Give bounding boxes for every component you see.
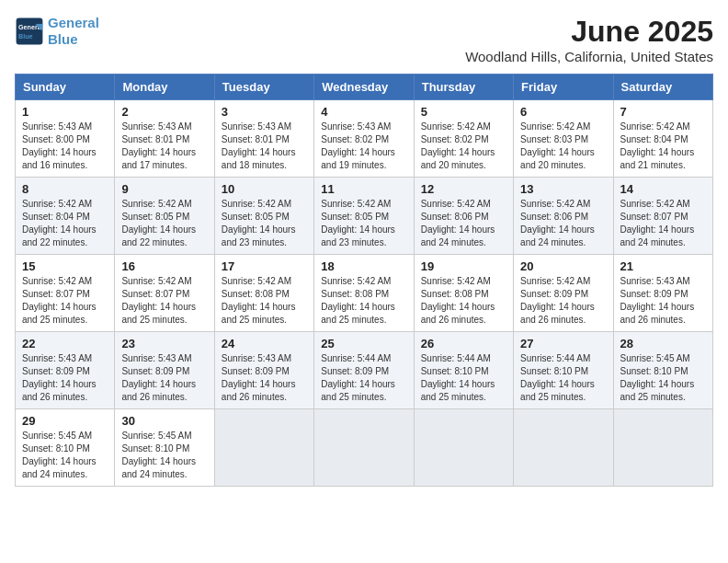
calendar-cell: 21Sunrise: 5:43 AMSunset: 8:09 PMDayligh… [613,255,712,332]
header-sunday: Sunday [16,75,115,100]
calendar-week-1: 1Sunrise: 5:43 AMSunset: 8:00 PMDaylight… [16,100,713,178]
day-number: 9 [121,182,207,196]
day-number: 29 [22,414,108,428]
day-number: 27 [520,337,606,350]
cell-info: Sunrise: 5:42 AMSunset: 8:08 PMDaylight:… [321,275,406,327]
day-number: 2 [121,105,207,119]
day-number: 10 [222,182,307,196]
logo-icon: General Blue [15,17,44,46]
day-number: 4 [321,105,406,119]
header-thursday: Thursday [414,75,513,100]
calendar-title: June 2025 [465,15,713,49]
cell-info: Sunrise: 5:42 AMSunset: 8:07 PMDaylight:… [620,198,706,249]
calendar-cell: 19Sunrise: 5:42 AMSunset: 8:08 PMDayligh… [414,255,513,332]
day-number: 5 [421,105,506,119]
day-number: 8 [22,182,108,196]
cell-info: Sunrise: 5:43 AMSunset: 8:00 PMDaylight:… [22,121,108,172]
calendar-cell: 3Sunrise: 5:43 AMSunset: 8:01 PMDaylight… [214,100,313,178]
cell-info: Sunrise: 5:42 AMSunset: 8:09 PMDaylight:… [520,275,606,327]
calendar-cell: 20Sunrise: 5:42 AMSunset: 8:09 PMDayligh… [514,255,613,332]
day-number: 6 [520,105,606,119]
cell-info: Sunrise: 5:42 AMSunset: 8:08 PMDaylight:… [421,275,506,327]
calendar-cell: 24Sunrise: 5:43 AMSunset: 8:09 PMDayligh… [214,332,313,409]
calendar-cell: 14Sunrise: 5:42 AMSunset: 8:07 PMDayligh… [613,178,712,255]
logo-text: General Blue [48,15,99,48]
cell-info: Sunrise: 5:45 AMSunset: 8:10 PMDaylight:… [620,352,706,404]
day-number: 28 [620,337,706,350]
calendar-cell: 18Sunrise: 5:42 AMSunset: 8:08 PMDayligh… [314,255,414,332]
cell-info: Sunrise: 5:42 AMSunset: 8:08 PMDaylight:… [222,275,307,327]
calendar-week-4: 22Sunrise: 5:43 AMSunset: 8:09 PMDayligh… [16,332,713,409]
cell-info: Sunrise: 5:43 AMSunset: 8:09 PMDaylight:… [620,275,706,327]
day-number: 26 [421,337,506,350]
cell-info: Sunrise: 5:44 AMSunset: 8:10 PMDaylight:… [421,352,506,404]
calendar-cell: 27Sunrise: 5:44 AMSunset: 8:10 PMDayligh… [514,332,613,409]
calendar-cell: 23Sunrise: 5:43 AMSunset: 8:09 PMDayligh… [115,332,214,409]
calendar-cell: 11Sunrise: 5:42 AMSunset: 8:05 PMDayligh… [314,178,414,255]
calendar-cell: 22Sunrise: 5:43 AMSunset: 8:09 PMDayligh… [16,332,115,409]
calendar-cell: 30Sunrise: 5:45 AMSunset: 8:10 PMDayligh… [115,409,214,487]
day-number: 1 [22,105,108,119]
cell-info: Sunrise: 5:44 AMSunset: 8:10 PMDaylight:… [520,352,606,404]
day-number: 23 [121,337,207,350]
day-number: 30 [121,414,207,428]
calendar-cell: 28Sunrise: 5:45 AMSunset: 8:10 PMDayligh… [613,332,712,409]
cell-info: Sunrise: 5:43 AMSunset: 8:09 PMDaylight:… [222,352,307,404]
calendar-week-2: 8Sunrise: 5:42 AMSunset: 8:04 PMDaylight… [16,178,713,255]
calendar-cell: 1Sunrise: 5:43 AMSunset: 8:00 PMDaylight… [16,100,115,178]
cell-info: Sunrise: 5:42 AMSunset: 8:05 PMDaylight:… [121,198,207,249]
cell-info: Sunrise: 5:45 AMSunset: 8:10 PMDaylight:… [121,430,207,481]
logo: General Blue General Blue [15,15,99,48]
calendar-cell [314,409,414,487]
day-number: 14 [620,182,706,196]
day-number: 19 [421,259,506,273]
day-number: 21 [620,259,706,273]
day-number: 25 [321,337,406,350]
calendar-header-row: SundayMondayTuesdayWednesdayThursdayFrid… [16,75,713,100]
cell-info: Sunrise: 5:43 AMSunset: 8:02 PMDaylight:… [321,121,406,172]
day-number: 13 [520,182,606,196]
day-number: 22 [22,337,108,350]
cell-info: Sunrise: 5:44 AMSunset: 8:09 PMDaylight:… [321,352,406,404]
day-number: 11 [321,182,406,196]
calendar-cell: 13Sunrise: 5:42 AMSunset: 8:06 PMDayligh… [514,178,613,255]
cell-info: Sunrise: 5:42 AMSunset: 8:06 PMDaylight:… [421,198,506,249]
day-number: 15 [22,259,108,273]
calendar-week-3: 15Sunrise: 5:42 AMSunset: 8:07 PMDayligh… [16,255,713,332]
header-wednesday: Wednesday [314,75,414,100]
cell-info: Sunrise: 5:42 AMSunset: 8:07 PMDaylight:… [22,275,108,327]
header-tuesday: Tuesday [214,75,313,100]
calendar-cell: 29Sunrise: 5:45 AMSunset: 8:10 PMDayligh… [16,409,115,487]
calendar-cell: 6Sunrise: 5:42 AMSunset: 8:03 PMDaylight… [514,100,613,178]
calendar-cell [214,409,313,487]
cell-info: Sunrise: 5:42 AMSunset: 8:07 PMDaylight:… [121,275,207,327]
calendar-cell: 4Sunrise: 5:43 AMSunset: 8:02 PMDaylight… [314,100,414,178]
cell-info: Sunrise: 5:43 AMSunset: 8:01 PMDaylight:… [222,121,307,172]
calendar-subtitle: Woodland Hills, California, United State… [465,49,713,64]
cell-info: Sunrise: 5:42 AMSunset: 8:02 PMDaylight:… [421,121,506,172]
calendar-cell [613,409,712,487]
svg-text:Blue: Blue [18,32,33,40]
calendar-cell: 7Sunrise: 5:42 AMSunset: 8:04 PMDaylight… [613,100,712,178]
cell-info: Sunrise: 5:43 AMSunset: 8:09 PMDaylight:… [22,352,108,404]
calendar-cell: 12Sunrise: 5:42 AMSunset: 8:06 PMDayligh… [414,178,513,255]
calendar-cell: 9Sunrise: 5:42 AMSunset: 8:05 PMDaylight… [115,178,214,255]
title-area: June 2025 Woodland Hills, California, Un… [465,15,713,64]
day-number: 3 [222,105,307,119]
cell-info: Sunrise: 5:42 AMSunset: 8:05 PMDaylight:… [321,198,406,249]
cell-info: Sunrise: 5:42 AMSunset: 8:03 PMDaylight:… [520,121,606,172]
cell-info: Sunrise: 5:43 AMSunset: 8:01 PMDaylight:… [121,121,207,172]
header-saturday: Saturday [613,75,712,100]
calendar-cell: 16Sunrise: 5:42 AMSunset: 8:07 PMDayligh… [115,255,214,332]
cell-info: Sunrise: 5:42 AMSunset: 8:06 PMDaylight:… [520,198,606,249]
calendar-cell: 8Sunrise: 5:42 AMSunset: 8:04 PMDaylight… [16,178,115,255]
cell-info: Sunrise: 5:42 AMSunset: 8:05 PMDaylight:… [222,198,307,249]
cell-info: Sunrise: 5:42 AMSunset: 8:04 PMDaylight:… [620,121,706,172]
day-number: 7 [620,105,706,119]
day-number: 17 [222,259,307,273]
calendar-cell [414,409,513,487]
cell-info: Sunrise: 5:42 AMSunset: 8:04 PMDaylight:… [22,198,108,249]
calendar-cell: 25Sunrise: 5:44 AMSunset: 8:09 PMDayligh… [314,332,414,409]
calendar-cell: 15Sunrise: 5:42 AMSunset: 8:07 PMDayligh… [16,255,115,332]
calendar-cell: 10Sunrise: 5:42 AMSunset: 8:05 PMDayligh… [214,178,313,255]
